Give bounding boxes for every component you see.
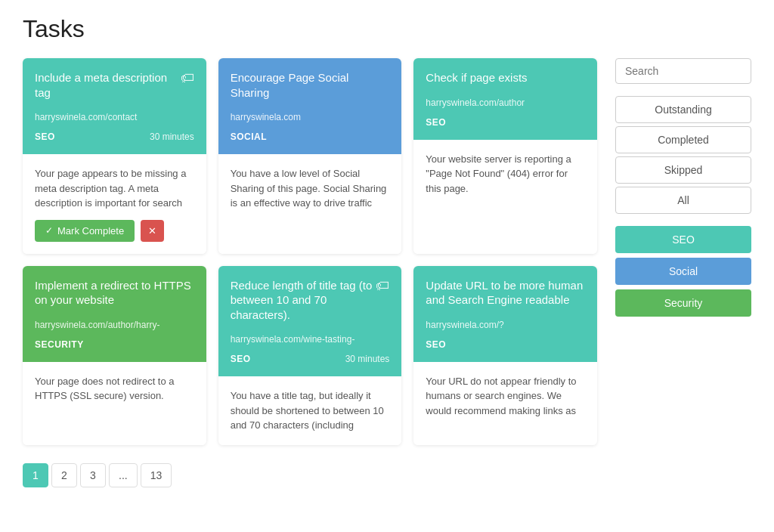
task-category: SEO xyxy=(426,117,446,128)
task-meta: SECURITY xyxy=(35,339,194,350)
task-title-row: Encourage Page Social Sharing xyxy=(231,70,390,100)
task-card-header: Reduce length of title tag (to between 1… xyxy=(218,266,402,377)
task-meta: SEO xyxy=(426,339,585,350)
task-card-header: Implement a redirect to HTTPS on your we… xyxy=(23,266,206,362)
task-card: Reduce length of title tag (to between 1… xyxy=(218,266,402,445)
main-content: Include a meta description tag 🏷 harrysw… xyxy=(23,58,597,487)
task-description: Your website server is reporting a "Page… xyxy=(426,152,585,196)
dismiss-button[interactable]: ✕ xyxy=(141,220,164,242)
task-card-header: Update URL to be more human and Search E… xyxy=(413,266,597,362)
filter-btn-skipped[interactable]: Skipped xyxy=(615,156,751,184)
tag-icon: 🏷 xyxy=(376,278,389,294)
task-title: Include a meta description tag xyxy=(35,70,181,100)
task-url: harryswinela.com/? xyxy=(426,320,585,330)
task-title-row: Check if page exists xyxy=(426,70,585,85)
task-url: harryswinela.com/author/harry- xyxy=(35,320,194,330)
checkmark-icon: ✓ xyxy=(45,225,53,236)
task-card-header: Encourage Page Social Sharing harryswine… xyxy=(218,58,402,154)
sidebar: OutstandingCompletedSkippedAll SEOSocial… xyxy=(615,58,751,487)
task-category: SEO xyxy=(35,131,55,142)
task-title: Encourage Page Social Sharing xyxy=(231,70,390,100)
task-title-row: Implement a redirect to HTTPS on your we… xyxy=(35,278,194,308)
task-card-header: Check if page exists harryswinela.com/au… xyxy=(413,58,597,140)
category-btn-seo[interactable]: SEO xyxy=(615,226,751,253)
page-ellipsis[interactable]: ... xyxy=(109,463,138,487)
task-card-header: Include a meta description tag 🏷 harrysw… xyxy=(23,58,206,154)
category-btn-security[interactable]: Security xyxy=(615,289,751,317)
task-description: Your page does not redirect to a HTTPS (… xyxy=(35,374,194,404)
task-card: Update URL to be more human and Search E… xyxy=(413,266,597,445)
page-btn-1[interactable]: 1 xyxy=(23,463,48,487)
task-description: You have a low level of Social Sharing o… xyxy=(231,166,390,211)
task-title-row: Update URL to be more human and Search E… xyxy=(426,278,585,308)
task-card-body: Your page appears to be missing a meta d… xyxy=(23,154,206,254)
filter-group: OutstandingCompletedSkippedAll xyxy=(615,96,751,214)
task-meta: SEO 30 minutes xyxy=(231,354,390,364)
task-url: harryswinela.com/author xyxy=(426,97,585,108)
search-input[interactable] xyxy=(615,58,751,84)
task-category: SECURITY xyxy=(35,339,84,350)
task-category: SEO xyxy=(231,354,251,364)
mark-complete-button[interactable]: ✓ Mark Complete xyxy=(35,220,135,242)
task-card: Include a meta description tag 🏷 harrysw… xyxy=(23,58,206,254)
task-card-body: You have a low level of Social Sharing o… xyxy=(218,154,402,254)
page-btn-3[interactable]: 3 xyxy=(80,463,106,487)
task-meta: SEO 30 minutes xyxy=(35,131,194,142)
task-card: Encourage Page Social Sharing harryswine… xyxy=(218,58,402,254)
task-card: Implement a redirect to HTTPS on your we… xyxy=(23,266,206,445)
task-title-row: Reduce length of title tag (to between 1… xyxy=(231,278,390,323)
task-category: SOCIAL xyxy=(231,131,267,142)
task-actions: ✓ Mark Complete ✕ xyxy=(35,220,194,242)
task-card-body: Your URL do not appear friendly to human… xyxy=(413,362,597,445)
task-title-row: Include a meta description tag 🏷 xyxy=(35,70,194,100)
task-time: 30 minutes xyxy=(150,131,194,142)
filter-btn-outstanding[interactable]: Outstanding xyxy=(615,96,751,123)
task-time: 30 minutes xyxy=(345,354,390,364)
category-btn-social[interactable]: Social xyxy=(615,258,751,285)
task-card-body: You have a title tag, but ideally it sho… xyxy=(218,376,402,445)
task-meta: SEO xyxy=(426,117,585,128)
tasks-grid: Include a meta description tag 🏷 harrysw… xyxy=(23,58,597,445)
page-title: Tasks xyxy=(23,15,751,43)
pagination: 123...13 xyxy=(23,463,597,487)
task-title: Implement a redirect to HTTPS on your we… xyxy=(35,278,194,308)
task-url: harryswinela.com/wine-tasting- xyxy=(231,334,390,345)
task-meta: SOCIAL xyxy=(231,131,390,142)
task-url: harryswinela.com xyxy=(231,112,390,122)
task-title: Update URL to be more human and Search E… xyxy=(426,278,585,308)
mark-complete-label: Mark Complete xyxy=(57,225,124,237)
task-card-body: Your page does not redirect to a HTTPS (… xyxy=(23,362,206,445)
tag-icon: 🏷 xyxy=(181,70,194,86)
task-description: You have a title tag, but ideally it sho… xyxy=(231,388,390,433)
task-category: SEO xyxy=(426,339,446,350)
task-description: Your page appears to be missing a meta d… xyxy=(35,166,194,211)
page-btn-2[interactable]: 2 xyxy=(51,463,77,487)
task-description: Your URL do not appear friendly to human… xyxy=(426,374,585,419)
task-card-body: Your website server is reporting a "Page… xyxy=(413,140,597,254)
task-card: Check if page exists harryswinela.com/au… xyxy=(413,58,597,254)
filter-btn-all[interactable]: All xyxy=(615,187,751,214)
filter-btn-completed[interactable]: Completed xyxy=(615,126,751,153)
page-btn-13[interactable]: 13 xyxy=(141,463,172,487)
task-title: Check if page exists xyxy=(426,70,527,85)
task-title: Reduce length of title tag (to between 1… xyxy=(231,278,376,323)
task-url: harryswinela.com/contact xyxy=(35,112,194,122)
category-group: SEOSocialSecurity xyxy=(615,226,751,317)
